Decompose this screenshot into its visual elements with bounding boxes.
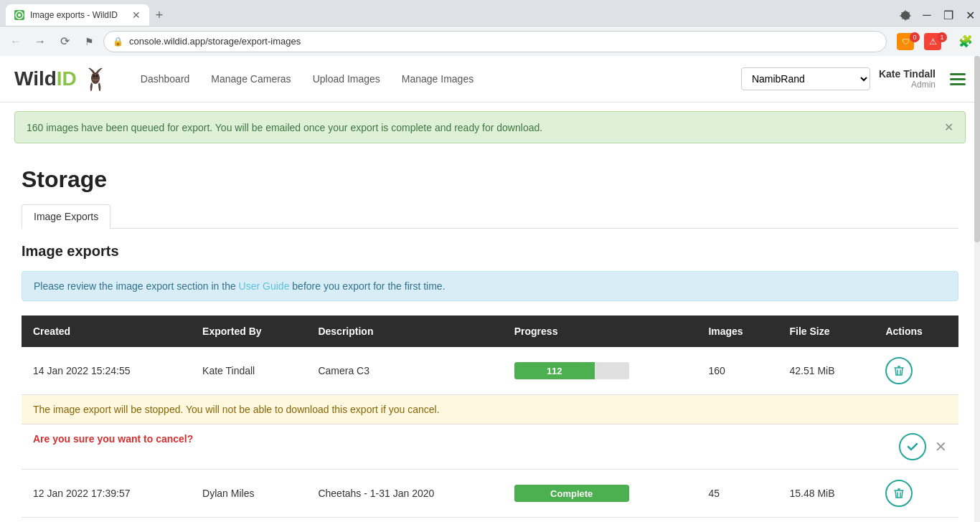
col-created: Created [22, 315, 191, 347]
app-navigation: WildID Dashboard Manage Cameras Upload I… [0, 56, 980, 103]
warning-row: The image export will be stopped. You wi… [22, 395, 958, 424]
browser-controls: ← → ⟳ ⚑ 🔒 console.wildid.app/storage/exp… [0, 26, 980, 56]
progress-bar: 112 [514, 362, 629, 379]
tab-favicon [14, 10, 24, 20]
cell-filesize: 15.48 MiB [778, 470, 874, 518]
warning-text: The image export will be stopped. You wi… [33, 404, 440, 415]
confirm-actions: ✕ [899, 433, 947, 460]
app-logo: WildID [14, 67, 112, 92]
cell-images: 160 [697, 347, 778, 395]
logo-wild-text: Wild [14, 67, 57, 90]
col-actions: Actions [874, 315, 958, 347]
cell-created: 14 Jan 2022 15:24:55 [22, 347, 191, 395]
cancel-question-text: Are you sure you want to cancel? [33, 433, 193, 445]
trash-icon [892, 364, 905, 377]
hamburger-menu-icon[interactable] [950, 73, 966, 85]
info-text-after: before you export for the first time. [289, 280, 445, 292]
bookmark-icon[interactable]: ⚑ [79, 32, 99, 52]
cell-description: Camera C3 [306, 347, 502, 395]
cell-images: 45 [697, 470, 778, 518]
nav-upload-images[interactable]: Upload Images [313, 73, 380, 85]
user-info: Kate Tindall Admin [879, 68, 936, 90]
svg-point-3 [91, 72, 100, 84]
exports-table: Created Exported By Description Progress… [22, 315, 958, 518]
browser-tab-bar: Image exports - WildID ✕ + ─ ❐ ✕ [0, 0, 980, 26]
tabs-container: Image Exports [22, 204, 958, 229]
progress-value: 112 [547, 366, 562, 376]
alert-message: 160 images have been queued for export. … [27, 122, 542, 133]
extensions-icon[interactable]: 🧩 [957, 33, 974, 50]
logo-deer-icon [80, 67, 112, 92]
cell-progress: Complete [503, 470, 697, 518]
browser-chrome: Image exports - WildID ✕ + ─ ❐ ✕ ← → ⟳ ⚑… [0, 0, 980, 56]
notification-badge: 1 [937, 32, 947, 42]
cell-progress: 112 [503, 347, 697, 395]
user-name: Kate Tindall [879, 68, 936, 80]
info-text-before: Please review the image export section i… [34, 280, 239, 292]
dismiss-cancel-button[interactable]: ✕ [935, 438, 947, 455]
user-guide-link[interactable]: User Guide [239, 280, 290, 292]
app-nav-right: NamibRand Kate Tindall Admin [741, 67, 966, 90]
alert-banner: 160 images have been queued for export. … [14, 111, 966, 143]
table-row: 12 Jan 2022 17:39:57 Dylan Miles Cheetah… [22, 470, 958, 518]
col-progress: Progress [503, 315, 697, 347]
logo-id-text: ID [57, 67, 77, 90]
checkmark-icon [906, 440, 919, 453]
col-images: Images [697, 315, 778, 347]
address-bar[interactable]: 🔒 console.wildid.app/storage/export-imag… [103, 31, 887, 52]
tab-close-button[interactable]: ✕ [132, 9, 141, 21]
page-title: Storage [22, 166, 958, 193]
table-body: 14 Jan 2022 15:24:55 Kate Tindall Camera… [22, 347, 958, 518]
cell-filesize: 42.51 MiB [778, 347, 874, 395]
cell-exported-by: Kate Tindall [191, 347, 306, 395]
browser-tab-active[interactable]: Image exports - WildID ✕ [6, 4, 149, 26]
progress-bar-complete: Complete [514, 485, 629, 502]
browser-settings-icon[interactable] [895, 5, 915, 25]
window-controls: ─ ❐ ✕ [895, 5, 980, 25]
scrollbar-thumb[interactable] [974, 56, 980, 242]
col-filesize: File Size [778, 315, 874, 347]
cell-actions [874, 347, 958, 395]
delete-export-button[interactable] [885, 357, 913, 384]
delete-export-button-2[interactable] [885, 480, 913, 507]
cell-exported-by: Dylan Miles [191, 470, 306, 518]
alert-close-button[interactable]: ✕ [944, 120, 953, 134]
cell-description: Cheetahs - 1-31 Jan 2020 [306, 470, 502, 518]
table-row: 14 Jan 2022 15:24:55 Kate Tindall Camera… [22, 347, 958, 395]
tab-image-exports[interactable]: Image Exports [22, 204, 110, 229]
svg-point-1 [18, 14, 21, 16]
app-nav-links: Dashboard Manage Cameras Upload Images M… [141, 73, 741, 85]
info-box: Please review the image export section i… [22, 271, 958, 301]
cell-actions [874, 470, 958, 518]
new-tab-button[interactable]: + [149, 5, 169, 25]
user-role: Admin [911, 80, 936, 90]
back-button[interactable]: ← [6, 32, 26, 52]
cancel-confirm-row: Are you sure you want to cancel? ✕ [22, 424, 958, 470]
nav-manage-cameras[interactable]: Manage Cameras [211, 73, 291, 85]
col-exported-by: Exported By [191, 315, 306, 347]
section-title: Image exports [22, 243, 958, 260]
col-description: Description [306, 315, 502, 347]
trash-icon [892, 487, 905, 500]
nav-manage-images[interactable]: Manage Images [402, 73, 473, 85]
shield-badge: 0 [910, 32, 920, 42]
minimize-button[interactable]: ─ [917, 5, 937, 25]
url-text: console.wildid.app/storage/export-images [129, 36, 301, 47]
browser-extensions: 🛡 0 ⚠ 1 🧩 [897, 33, 974, 50]
cell-created: 12 Jan 2022 17:39:57 [22, 470, 191, 518]
maximize-button[interactable]: ❐ [938, 5, 958, 25]
scrollbar[interactable] [974, 56, 980, 522]
secure-lock-icon: 🔒 [113, 37, 123, 47]
reload-button[interactable]: ⟳ [55, 32, 75, 52]
progress-complete-label: Complete [514, 485, 629, 502]
close-window-button[interactable]: ✕ [960, 5, 980, 25]
svg-point-5 [95, 75, 98, 77]
svg-point-4 [93, 75, 95, 77]
nav-dashboard[interactable]: Dashboard [141, 73, 190, 85]
table-header: Created Exported By Description Progress… [22, 315, 958, 347]
tab-title: Image exports - WildID [30, 10, 126, 20]
progress-fill: 112 [514, 362, 595, 379]
organization-selector[interactable]: NamibRand [741, 67, 870, 90]
confirm-cancel-button[interactable] [899, 433, 926, 460]
forward-button[interactable]: → [30, 32, 50, 52]
